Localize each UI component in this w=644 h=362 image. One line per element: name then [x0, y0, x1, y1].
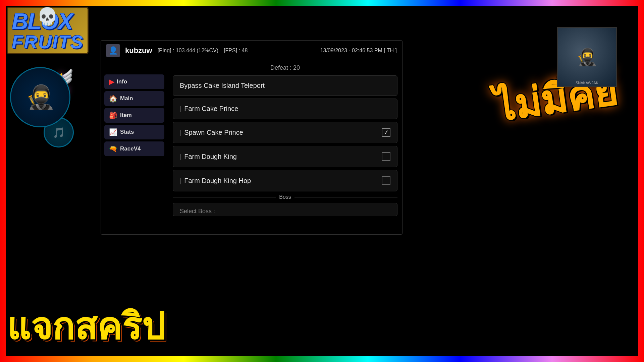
content-area: Defeat : 20 Bypass Cake Island Teleport … [168, 61, 402, 235]
boss-divider: Boss [173, 194, 397, 200]
ping-info: [Ping] : 103.444 (12%CV) [158, 48, 218, 54]
farm-dough-king-hop-checkbox[interactable] [382, 176, 390, 185]
farm-dough-king-hop-label: Farm Dough King Hop [184, 177, 251, 185]
datetime-label: 13/09/2023 - 02:46:53 PM [ TH ] [320, 48, 397, 54]
sidebar: ▶ Info 🏠 Main 🎒 Item 📈 Stats 🔫 RaceV4 [101, 61, 168, 235]
bg-top-bands [101, 0, 510, 40]
thai-bottom-left-text: แจกสคริป [7, 297, 165, 355]
main-icon: 🏠 [109, 95, 117, 103]
farm-cake-prince-label: Farm Cake Prince [184, 105, 238, 113]
main-panel: 👤 kubzuw [Ping] : 103.444 (12%CV) [FPS] … [101, 40, 402, 235]
info-icon: ▶ [109, 78, 114, 86]
spawn-cake-prince-label: Spawn Cake Prince [184, 129, 243, 136]
divider-right [294, 197, 397, 197]
farm-dough-king-hop-button[interactable]: | Farm Dough King Hop [173, 170, 397, 191]
bypass-cake-button[interactable]: Bypass Cake Island Teleport [173, 75, 397, 96]
select-boss-preview: Select Boss : [173, 203, 397, 216]
farm-cake-prince-button[interactable]: | Farm Cake Prince [173, 99, 397, 119]
item-icon: 🎒 [109, 111, 117, 119]
sidebar-item-item[interactable]: 🎒 Item [104, 108, 164, 123]
sidebar-item-main[interactable]: 🏠 Main [104, 91, 164, 106]
pipe-icon-3: | [180, 153, 181, 161]
racev4-icon: 🔫 [109, 145, 117, 153]
logo-line2: FRUITS [12, 33, 84, 51]
spawn-cake-prince-button[interactable]: | Spawn Cake Prince ✓ [173, 122, 397, 143]
fps-info: [FPS] : 48 [224, 48, 248, 54]
user-avatar: 👤 [106, 44, 120, 57]
select-boss-label: Select Boss : [180, 208, 215, 215]
sidebar-item-label: Item [120, 112, 132, 119]
ninja-character: 🥷 [10, 67, 70, 127]
top-right-avatar: 🥷 SNAKAW2AK [557, 27, 617, 87]
pipe-icon-1: | [180, 105, 181, 113]
bypass-cake-label: Bypass Cake Island Teleport [180, 82, 265, 89]
divider-left [173, 197, 276, 197]
farm-dough-king-checkbox[interactable] [382, 152, 390, 161]
panel-header: 👤 kubzuw [Ping] : 103.444 (12%CV) [FPS] … [101, 41, 402, 61]
defeat-label: Defeat : 20 [173, 64, 397, 71]
pipe-icon-4: | [180, 177, 181, 185]
boss-section-label: Boss [279, 194, 291, 200]
sidebar-item-stats[interactable]: 📈 Stats [104, 125, 164, 139]
sidebar-info-label: Info [117, 78, 127, 85]
sidebar-item-racev4[interactable]: 🔫 RaceV4 [104, 141, 164, 156]
username-label: kubzuw [125, 46, 152, 55]
stats-icon: 📈 [109, 128, 117, 136]
sidebar-stats-label: Stats [120, 129, 134, 135]
sidebar-racev4-label: RaceV4 [120, 145, 141, 152]
farm-dough-king-label: Farm Dough King [184, 153, 237, 161]
spawn-cake-checkbox[interactable]: ✓ [382, 128, 390, 137]
sidebar-main-label: Main [120, 95, 133, 102]
sidebar-item-info[interactable]: ▶ Info [104, 74, 164, 89]
pipe-icon-2: | [180, 129, 181, 136]
checkmark-icon: ✓ [384, 129, 389, 136]
panel-body: ▶ Info 🏠 Main 🎒 Item 📈 Stats 🔫 RaceV4 [101, 61, 402, 235]
skull-icon: 💀 [37, 7, 58, 26]
farm-dough-king-button[interactable]: | Farm Dough King [173, 146, 397, 167]
